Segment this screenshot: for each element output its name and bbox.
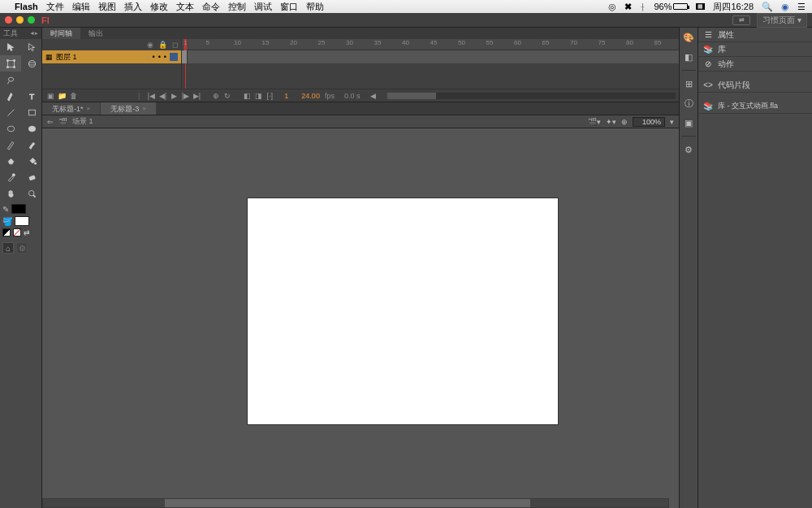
free-transform-tool[interactable]	[0, 55, 21, 72]
menu-modify[interactable]: 修改	[150, 1, 168, 13]
layer-lock-dot[interactable]: •	[164, 53, 166, 61]
color-panel-icon[interactable]: ◧	[682, 50, 695, 63]
line-tool[interactable]	[0, 104, 21, 120]
delete-layer-button[interactable]: 🗑	[68, 91, 78, 101]
panel-library-file[interactable]: 📚 库 - 交互式动画.fla	[698, 99, 812, 114]
edit-multiple-button[interactable]: [·]	[265, 91, 274, 101]
pencil-tool[interactable]	[0, 137, 21, 153]
zoom-level[interactable]: 100%	[633, 117, 665, 127]
close-tab-icon[interactable]: ×	[142, 102, 146, 115]
spotlight-icon[interactable]: 🔍	[762, 2, 773, 12]
new-layer-button[interactable]: ▣	[45, 91, 55, 101]
maximize-window-button[interactable]	[28, 16, 35, 24]
swap-colors-button[interactable]: ⇄	[24, 228, 32, 237]
h-scroll-thumb[interactable]	[165, 499, 530, 507]
menu-view[interactable]: 视图	[98, 1, 116, 13]
center-frame-button[interactable]: ⊕	[211, 91, 221, 101]
panel-code-snippets[interactable]: <> 代码片段	[698, 78, 812, 93]
sync-cloud-icon[interactable]: ◉	[781, 2, 789, 12]
close-window-button[interactable]	[5, 16, 12, 24]
panel-properties[interactable]: ☰ 属性	[698, 28, 812, 42]
loop-button[interactable]: ↻	[222, 91, 232, 101]
back-arrow-icon[interactable]: ⇐	[47, 118, 54, 126]
fill-color-swatch[interactable]	[15, 216, 29, 226]
visibility-header-icon[interactable]: ◉	[147, 41, 153, 49]
scene-name[interactable]: 场景 1	[72, 116, 93, 127]
polystar-tool[interactable]	[21, 120, 42, 137]
notifications-icon[interactable]: ☰	[797, 2, 806, 12]
lasso-tool[interactable]	[0, 72, 21, 88]
step-forward-button[interactable]: |▶	[180, 91, 190, 101]
close-tab-icon[interactable]: ×	[87, 102, 91, 115]
oval-tool[interactable]	[0, 120, 21, 137]
go-to-first-button[interactable]: |◀	[146, 91, 156, 101]
panel-library[interactable]: 📚 库	[698, 42, 812, 57]
tools-panel-header[interactable]: 工具 ◄▸	[0, 28, 41, 39]
minimize-window-button[interactable]	[16, 16, 24, 24]
stage-area[interactable]	[42, 128, 679, 508]
doc-tab-1[interactable]: 无标题-1* ×	[42, 102, 100, 115]
zoom-dropdown-icon[interactable]: ▾	[670, 118, 674, 126]
menu-text[interactable]: 文本	[176, 1, 194, 13]
frame-row-1[interactable]	[182, 50, 679, 63]
timeline-scrollbar[interactable]	[387, 93, 676, 99]
align-panel-icon[interactable]: ⊞	[682, 77, 695, 90]
frames-column[interactable]: 1510152025303540455055606570758085909510…	[182, 39, 679, 89]
input-source-icon[interactable]: ▦	[696, 3, 705, 10]
go-to-last-button[interactable]: ▶|	[192, 91, 201, 101]
tab-timeline[interactable]: 时间轴	[42, 28, 80, 39]
3d-rotation-tool[interactable]	[21, 55, 42, 72]
menu-help[interactable]: 帮助	[306, 1, 324, 13]
menu-file[interactable]: 文件	[46, 1, 64, 13]
lock-header-icon[interactable]: 🔒	[158, 41, 167, 49]
onion-skin-button[interactable]: ◧	[242, 91, 252, 101]
center-stage-icon[interactable]: ⊕	[621, 118, 628, 126]
outline-header-icon[interactable]: ◻	[172, 41, 178, 49]
layer-visible-dot[interactable]: •	[158, 53, 161, 61]
zoom-tool[interactable]	[21, 185, 42, 202]
selection-tool[interactable]	[0, 39, 21, 55]
layer-outline-box[interactable]	[170, 53, 178, 61]
step-back-button[interactable]: ◀|	[158, 91, 167, 101]
edit-symbol-icon[interactable]: ✦▾	[606, 118, 616, 126]
workspace-switcher[interactable]: 习惯页面 ▾	[757, 13, 807, 28]
swatches-panel-icon[interactable]: 🎨	[682, 31, 695, 44]
doc-tab-2[interactable]: 无标题-3 ×	[101, 102, 156, 115]
pen-tool[interactable]	[0, 88, 21, 104]
timeline-ruler[interactable]: 1510152025303540455055606570758085909510…	[182, 39, 679, 50]
horizontal-scrollbar[interactable]	[42, 498, 669, 508]
cloud-sync-button[interactable]: ⇄	[732, 15, 750, 25]
paint-bucket-tool[interactable]	[21, 153, 42, 169]
menu-debug[interactable]: 调试	[254, 1, 272, 13]
panel-actions[interactable]: ⊘ 动作	[698, 57, 812, 72]
battery-indicator[interactable]: 96%	[654, 2, 688, 11]
info-panel-icon[interactable]: ⓘ	[682, 97, 695, 110]
user-icon[interactable]: ✖	[624, 2, 632, 12]
menu-commands[interactable]: 命令	[202, 1, 220, 13]
no-color-button[interactable]	[13, 228, 21, 237]
option-button[interactable]: ⚙	[16, 242, 28, 254]
edit-scene-icon[interactable]: 🎬▾	[588, 118, 601, 126]
eraser-tool[interactable]	[21, 169, 42, 185]
menu-window[interactable]: 窗口	[280, 1, 298, 13]
components-panel-icon[interactable]: ⚙	[682, 143, 695, 156]
wifi-icon[interactable]: ⟊	[640, 2, 646, 11]
eyedropper-tool[interactable]	[0, 169, 21, 185]
brush-tool[interactable]	[21, 137, 42, 153]
menu-insert[interactable]: 插入	[124, 1, 142, 13]
menu-edit[interactable]: 编辑	[72, 1, 90, 13]
keyframe-1[interactable]	[182, 50, 188, 63]
layer-row-1[interactable]: ▦ 图层 1 • • •	[42, 50, 181, 63]
hand-tool[interactable]	[0, 185, 21, 202]
clock[interactable]: 周四16:28	[713, 1, 754, 13]
snap-to-object-button[interactable]: ⌂	[2, 242, 14, 254]
menu-control[interactable]: 控制	[228, 1, 246, 13]
new-folder-button[interactable]: 📁	[57, 91, 67, 101]
default-colors-button[interactable]	[2, 228, 11, 237]
timeline-scroll-left[interactable]: ◀	[368, 91, 378, 101]
text-tool[interactable]: T	[21, 88, 42, 104]
ink-bottle-tool[interactable]	[0, 153, 21, 169]
stroke-color-swatch[interactable]	[11, 204, 26, 214]
sync-status-icon[interactable]: ◎	[608, 2, 616, 12]
rectangle-tool[interactable]	[21, 104, 42, 120]
